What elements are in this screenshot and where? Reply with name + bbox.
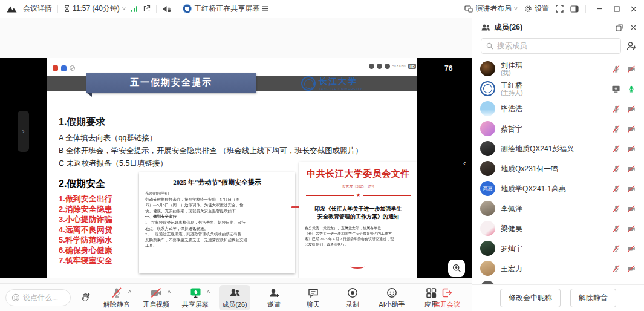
member-row[interactable]: 地质Qx231何一鸣	[472, 159, 644, 178]
mic-muted-icon[interactable]	[612, 224, 620, 233]
meeting-timer[interactable]: 11:57 (40分钟) ∨	[63, 4, 126, 14]
mic-muted-icon[interactable]	[612, 264, 620, 273]
mic-muted-icon[interactable]	[612, 205, 620, 213]
mic-muted-icon[interactable]	[612, 185, 620, 193]
leave-meeting-button[interactable]: 离开会议	[428, 285, 466, 310]
member-list[interactable]: 刘佳琪 (我) 王红桥 (主持人)	[472, 59, 644, 284]
divider	[305, 273, 333, 273]
expand-sidebar-handle[interactable]: ›	[18, 111, 29, 152]
mic-muted-icon[interactable]	[612, 165, 620, 173]
document-line: 地点、联系方式等，保持通讯畅通。	[145, 226, 289, 232]
shared-screen-region: › 59.8 KB/s HD	[0, 58, 472, 278]
zoom-in-button[interactable]	[448, 260, 465, 277]
mic-muted-icon[interactable]	[612, 145, 620, 153]
maximize-button[interactable]	[614, 6, 620, 12]
minimize-button[interactable]	[596, 5, 603, 12]
camera-off-icon[interactable]	[627, 165, 636, 173]
mic-active-icon[interactable]	[627, 85, 636, 93]
raise-hand-button[interactable]	[77, 289, 95, 306]
chevron-up-icon[interactable]: ∧	[167, 289, 172, 294]
holiday-notice-document: 2025 年“劳动节”假期安全提示 亲爱的同学们： 劳动节假期即将来临，按照学校…	[139, 172, 295, 273]
list-item: 2.消除安全隐患	[59, 204, 112, 214]
mic-muted-icon[interactable]	[612, 65, 620, 73]
member-row[interactable]: 李佩洋	[472, 198, 644, 218]
chevron-up-icon[interactable]: ∧	[206, 289, 211, 294]
camera-off-icon[interactable]	[627, 244, 636, 253]
divider	[177, 5, 177, 13]
mic-muted-icon[interactable]	[612, 105, 620, 113]
slide-section-safety: 2.假期安全 1.做到安全出行 2.消除安全隐患 3.小心提防诈骗 4.远离不良…	[59, 178, 112, 266]
screen-sharing-icon[interactable]	[611, 84, 620, 93]
camera-off-icon[interactable]	[627, 65, 636, 73]
app-icon	[61, 65, 67, 71]
share-screen-button[interactable]: ∧ 共享屏幕	[180, 285, 211, 310]
open-external-icon[interactable]	[143, 5, 151, 13]
avatar	[480, 161, 495, 176]
sharing-status[interactable]: 王红桥正在共享屏幕	[183, 4, 268, 14]
red-pointer-mark	[291, 206, 299, 208]
chevron-up-icon[interactable]: ∧	[128, 289, 132, 294]
members-button[interactable]: 成员(26)	[219, 285, 250, 310]
document-line: 四）—5月5日（周一）放假调休。为使大家度过安全、愉	[145, 202, 289, 208]
member-name: 罗灿宇	[501, 244, 612, 253]
title-bar: 会议详情 11:57 (40分钟) ∨	[0, 0, 644, 18]
divider	[156, 5, 157, 13]
collapse-panel-chevron[interactable]: ‹	[463, 159, 466, 168]
member-row[interactable]: 测绘地质QX241彭福兴	[472, 139, 644, 159]
camera-off-icon[interactable]	[627, 264, 636, 273]
camera-off-icon[interactable]	[627, 205, 636, 213]
member-row[interactable]: 罗灿宇	[472, 238, 644, 258]
member-search-box[interactable]	[481, 38, 621, 54]
avatar: 高惠	[480, 181, 495, 196]
rename-button[interactable]: 修改会中昵称	[500, 289, 561, 307]
meeting-details-label: 会议详情	[23, 4, 52, 14]
layout-selector[interactable]: 演讲者布局 ∨	[464, 4, 518, 14]
members-icon	[481, 24, 490, 31]
settings-button[interactable]: 设置	[524, 4, 549, 14]
list-item: 6.确保身心健康	[59, 245, 112, 255]
meeting-window: 会议详情 11:57 (40分钟) ∨	[0, 0, 644, 311]
member-name: 地质Qx231何一鸣	[501, 165, 612, 173]
add-member-icon[interactable]	[626, 41, 637, 51]
camera-off-icon[interactable]	[627, 125, 636, 133]
meeting-details-button[interactable]: 会议详情	[23, 4, 52, 14]
member-row[interactable]	[472, 278, 644, 284]
mic-muted-icon[interactable]	[612, 125, 620, 133]
camera-off-icon[interactable]	[627, 105, 636, 113]
chevron-down-icon: ∨	[513, 6, 518, 11]
member-name: 王红桥	[501, 81, 611, 90]
member-row[interactable]: 王宏力	[472, 258, 644, 278]
member-row[interactable]: 高惠 地质学QX241-1高惠	[472, 178, 644, 198]
member-row[interactable]: 王红桥 (主持人)	[472, 79, 644, 99]
audio-lock-icon[interactable]	[162, 5, 171, 13]
member-row[interactable]: 蔡哲宇	[472, 119, 644, 139]
section-title: 1.假期要求	[59, 116, 363, 129]
document-line: 点购票乘车，不要乘坐无牌无证、无运营资质和超载的交通	[145, 237, 289, 243]
record-button[interactable]: 录制	[337, 285, 368, 310]
invite-button[interactable]: 邀请	[258, 285, 290, 310]
timer-label: 11:57 (40分钟)	[73, 4, 120, 14]
side-panel-icon[interactable]	[570, 5, 579, 13]
member-row[interactable]: 刘佳琪 (我)	[472, 59, 644, 79]
member-row[interactable]: 毕浩浩	[472, 99, 644, 119]
start-video-button[interactable]: ∧ 开启视频	[140, 285, 172, 310]
close-panel-icon[interactable]	[630, 24, 637, 31]
camera-off-icon[interactable]	[627, 145, 636, 153]
unmute-self-button[interactable]: 解除静音	[570, 289, 616, 307]
camera-off-icon[interactable]	[627, 185, 636, 193]
camera-off-icon[interactable]	[627, 224, 636, 233]
member-search-input[interactable]	[497, 42, 616, 50]
fullscreen-icon[interactable]	[556, 5, 564, 13]
tencent-meeting-logo-icon	[6, 5, 18, 13]
popout-icon[interactable]	[616, 24, 623, 31]
close-button[interactable]	[631, 6, 637, 12]
button-label: 离开会议	[434, 300, 460, 309]
ai-assistant-button[interactable]: AI小助手	[376, 285, 408, 310]
mic-muted-icon[interactable]	[612, 244, 620, 253]
unmute-button[interactable]: ∧ 解除静音	[101, 285, 132, 310]
university-seal-icon	[301, 76, 316, 91]
member-row[interactable]: 梁健昊	[472, 218, 644, 238]
chat-button[interactable]: 聊天	[298, 285, 329, 310]
quick-chat-input[interactable]: 说点什么...	[5, 289, 71, 306]
member-name: 测绘地质QX241彭福兴	[501, 145, 612, 153]
